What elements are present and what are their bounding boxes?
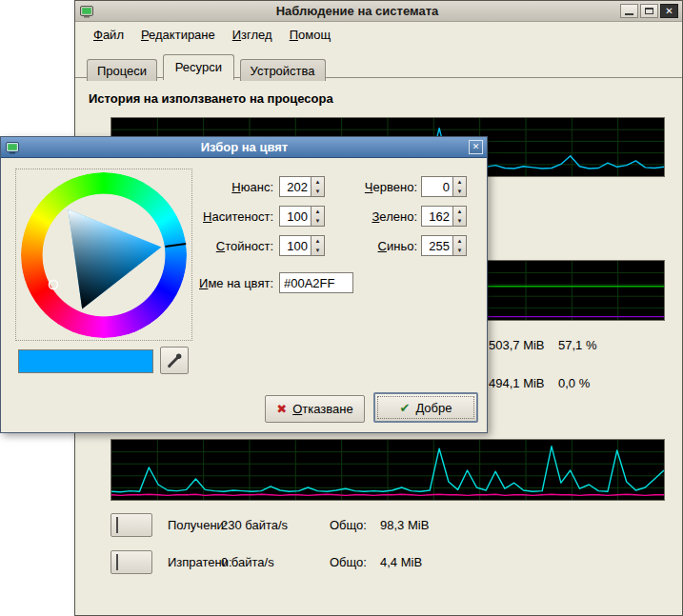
saturation-spinner[interactable]: 100 ▲▼ xyxy=(279,206,325,227)
cancel-x-icon: ✖ xyxy=(276,402,287,416)
dialog-titlebar[interactable]: Избор на цвят ✕ xyxy=(1,137,487,158)
cancel-button[interactable]: ✖ Отказване xyxy=(265,395,365,423)
blue-label: Синьо: xyxy=(378,239,417,253)
green-spinner[interactable]: 162 ▲▼ xyxy=(421,206,467,227)
menu-edit[interactable]: Редактиране xyxy=(132,25,224,45)
menu-file[interactable]: Файл xyxy=(85,25,132,45)
memory-percent-value: 57,1 % xyxy=(558,338,596,352)
sent-label: Изпратени: xyxy=(168,555,221,569)
value-up-icon[interactable]: ▲ xyxy=(311,236,324,246)
ok-button[interactable]: ✔ Добре xyxy=(373,392,478,423)
green-value[interactable]: 162 xyxy=(422,207,452,226)
green-down-icon[interactable]: ▼ xyxy=(453,216,466,226)
received-label: Получени: xyxy=(168,518,221,532)
blue-down-icon[interactable]: ▼ xyxy=(453,246,466,255)
minimize-icon xyxy=(625,13,633,15)
value-label: Стойност: xyxy=(216,239,273,253)
ok-label: Добре xyxy=(415,401,452,415)
app-icon xyxy=(79,4,94,19)
tab-devices[interactable]: Устройства xyxy=(240,59,326,81)
close-icon: ✕ xyxy=(665,7,673,16)
green-label: Зелено: xyxy=(372,209,418,224)
ok-check-icon: ✔ xyxy=(400,401,411,415)
red-up-icon[interactable]: ▲ xyxy=(453,177,466,187)
green-spin-buttons: ▲▼ xyxy=(452,207,466,226)
green-up-icon[interactable]: ▲ xyxy=(453,207,466,216)
eyedropper-button[interactable] xyxy=(160,347,189,374)
menu-view[interactable]: Изглед xyxy=(224,25,281,45)
dialog-close-icon: ✕ xyxy=(472,143,480,151)
sent-rate: 0 байта/s xyxy=(221,555,330,569)
hue-label: Нюанс: xyxy=(231,180,273,194)
dialog-title: Избор на цвят xyxy=(24,140,465,154)
hue-spin-buttons: ▲▼ xyxy=(311,177,324,196)
color-picker-dialog: Избор на цвят ✕ Нюанс: 202 ▲▼ Наситеност… xyxy=(0,136,488,433)
maximize-icon xyxy=(645,8,653,14)
color-preview xyxy=(18,349,153,373)
minimize-button[interactable] xyxy=(620,4,638,18)
menu-help[interactable]: Помощ xyxy=(281,25,339,45)
blue-spinner[interactable]: 255 ▲▼ xyxy=(421,235,467,256)
saturation-label: Наситеност: xyxy=(203,209,273,224)
received-color-button[interactable] xyxy=(110,513,152,537)
tabstrip: Процеси Ресурси Устройства xyxy=(75,54,682,78)
sent-color-swatch xyxy=(116,554,118,570)
dialog-close-button[interactable]: ✕ xyxy=(469,140,483,154)
blue-spin-buttons: ▲▼ xyxy=(452,236,466,255)
hue-value[interactable]: 202 xyxy=(280,177,311,196)
saturation-value[interactable]: 100 xyxy=(280,207,311,226)
memory-size-value: 503,7 MiB xyxy=(489,338,545,352)
swap-percent-value: 0,0 % xyxy=(558,376,590,390)
received-total-label: Общо: xyxy=(330,518,380,532)
close-button[interactable]: ✕ xyxy=(660,4,678,18)
triangle-black-shade xyxy=(69,209,162,309)
tab-processes[interactable]: Процеси xyxy=(87,59,157,81)
sent-total: 4,4 MiB xyxy=(380,555,422,569)
dialog-icon xyxy=(5,140,20,155)
network-legend-sent: Изпратени: 0 байта/s Общо: 4,4 MiB xyxy=(110,550,422,574)
saturation-down-icon[interactable]: ▼ xyxy=(311,216,324,226)
saturation-value-triangle[interactable] xyxy=(21,172,187,338)
blue-up-icon[interactable]: ▲ xyxy=(453,236,466,246)
tab-resources[interactable]: Ресурси xyxy=(163,54,234,80)
eyedropper-icon xyxy=(166,352,183,369)
red-value[interactable]: 0 xyxy=(422,177,452,196)
color-name-label: Име на цвят: xyxy=(199,276,273,290)
sent-color-button[interactable] xyxy=(110,550,152,574)
value-spinner[interactable]: 100 ▲▼ xyxy=(279,235,325,256)
value-value[interactable]: 100 xyxy=(280,236,311,255)
window-title: Наблюдение на системата xyxy=(98,4,616,18)
cpu-history-heading: История на използването на процесора xyxy=(89,91,333,106)
network-history-chart xyxy=(110,439,665,501)
main-titlebar[interactable]: Наблюдение на системата ✕ xyxy=(75,1,682,22)
hue-down-icon[interactable]: ▼ xyxy=(311,187,324,196)
menubar: Файл Редактиране Изглед Помощ xyxy=(75,23,682,47)
red-label: Червено: xyxy=(365,180,417,194)
hue-up-icon[interactable]: ▲ xyxy=(311,177,324,187)
swap-size-value: 494,1 MiB xyxy=(489,376,545,390)
hue-spinner[interactable]: 202 ▲▼ xyxy=(279,176,325,197)
red-spinner[interactable]: 0 ▲▼ xyxy=(421,176,467,197)
received-total: 98,3 MiB xyxy=(380,518,429,532)
received-color-swatch xyxy=(116,517,118,533)
red-down-icon[interactable]: ▼ xyxy=(453,187,466,196)
color-marker[interactable] xyxy=(50,281,58,289)
hue-marker-line xyxy=(165,244,186,247)
value-down-icon[interactable]: ▼ xyxy=(311,246,324,255)
blue-value[interactable]: 255 xyxy=(422,236,452,255)
sent-total-label: Общо: xyxy=(330,555,380,569)
color-name-input[interactable] xyxy=(279,272,353,293)
red-spin-buttons: ▲▼ xyxy=(452,177,466,196)
saturation-up-icon[interactable]: ▲ xyxy=(311,207,324,216)
maximize-button[interactable] xyxy=(640,4,658,18)
network-legend-received: Получени: 230 байта/s Общо: 98,3 MiB xyxy=(110,513,429,537)
value-spin-buttons: ▲▼ xyxy=(311,236,324,255)
received-rate: 230 байта/s xyxy=(221,518,330,532)
saturation-spin-buttons: ▲▼ xyxy=(311,207,324,226)
cancel-label: Отказване xyxy=(292,402,353,416)
